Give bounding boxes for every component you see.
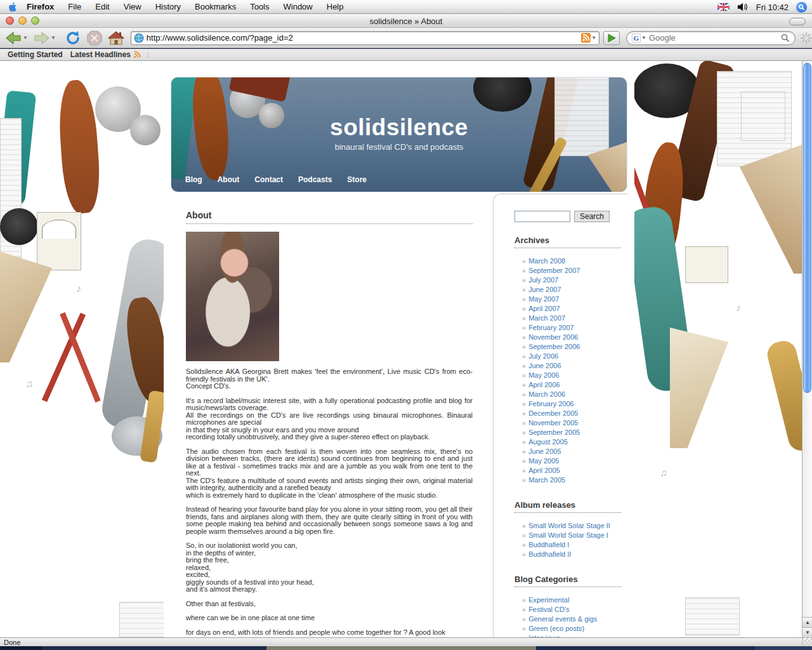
sidebar-link[interactable]: Small World Solar Stage II [528, 522, 610, 529]
sidebar-link[interactable]: September 2007 [528, 267, 580, 274]
sidebar-link[interactable]: General events & gigs [528, 615, 597, 623]
sidebar-link[interactable]: April 2005 [528, 467, 560, 474]
sidebar-link[interactable]: Green (eco posts) [528, 625, 584, 632]
sidebar-link[interactable]: March 2005 [528, 476, 565, 484]
sidebar-link[interactable]: Experimental [528, 596, 569, 604]
paragraph: Instead of hearing your favourite band p… [186, 506, 473, 535]
forward-button[interactable]: ▼ [33, 30, 56, 46]
menu-item-help[interactable]: Help [327, 2, 344, 11]
sidebar-link[interactable]: May 2005 [528, 457, 559, 465]
sidebar-link[interactable]: March 2007 [528, 314, 565, 322]
nav-link-contact[interactable]: Contact [254, 175, 283, 184]
archives-list: »March 2008»September 2007»July 2007»Jun… [522, 256, 624, 485]
url-input[interactable] [147, 33, 581, 43]
bullet-icon: » [522, 381, 526, 388]
sidebar-link[interactable]: September 2005 [528, 428, 580, 436]
window-title-bar[interactable]: solidsilence » About [0, 14, 812, 28]
go-button[interactable] [603, 31, 620, 45]
menu-bar-clock[interactable]: Fri 10:42 [756, 3, 789, 12]
menu-item-file[interactable]: File [68, 2, 81, 11]
bookmark-latest-headlines[interactable]: Latest Headlines [70, 50, 141, 59]
url-field[interactable]: ▼ [131, 31, 599, 45]
scroll-up-button[interactable]: ▲ [802, 617, 812, 627]
sidebar-link[interactable]: February 2007 [528, 324, 574, 331]
site-title[interactable]: solidsilence [171, 114, 627, 141]
sidebar-link[interactable]: February 2006 [528, 400, 574, 408]
window-resize-grip[interactable] [802, 636, 812, 646]
sidebar-link[interactable]: April 2006 [528, 381, 560, 388]
desktop-edge-segment [755, 646, 812, 650]
nav-link-about[interactable]: About [218, 175, 240, 184]
rss-feed-icon[interactable] [581, 33, 591, 43]
desktop-edge-segment [0, 646, 42, 650]
sidebar-link[interactable]: March 2006 [528, 390, 565, 398]
search-magnifier-icon[interactable] [781, 34, 790, 43]
menu-item-view[interactable]: View [124, 2, 141, 11]
back-button[interactable]: ▼ [5, 30, 28, 46]
menu-item-bookmarks[interactable]: Bookmarks [195, 2, 236, 11]
reload-button[interactable] [65, 30, 81, 46]
blog-categories-heading: Blog Categories [514, 574, 621, 587]
forward-history-dropdown-icon[interactable]: ▼ [51, 35, 56, 41]
sidebar-list-item: »Festival CD's [522, 605, 624, 614]
site-favicon-globe-icon [134, 33, 144, 43]
sidebar-list-item: »Buddhafield I [522, 540, 624, 550]
menu-items: FirefoxFileEditViewHistoryBookmarksTools… [27, 2, 344, 11]
sidebar-link[interactable]: May 2007 [528, 295, 559, 303]
menu-bar-status-area: Fri 10:42 [717, 0, 807, 14]
web-search-input[interactable] [649, 33, 781, 43]
sidebar-link[interactable]: November 2006 [528, 333, 578, 341]
sidebar-link[interactable]: September 2006 [528, 343, 580, 350]
nav-link-store[interactable]: Store [347, 175, 367, 184]
search-engine-dropdown-icon[interactable]: ▼ [641, 35, 646, 41]
paragraph: for days on end, with lots of friends an… [186, 629, 473, 637]
sidebar-search-input[interactable] [514, 211, 570, 222]
sidebar-link[interactable]: June 2007 [528, 286, 561, 293]
sidebar-link[interactable]: June 2006 [528, 362, 561, 369]
desktop-edge [0, 646, 812, 650]
bookmark-getting-started[interactable]: Getting Started [8, 50, 63, 59]
sidebar-link[interactable]: December 2005 [528, 409, 578, 417]
paragraph: So, in our isolationist world you can, i… [186, 542, 473, 594]
sidebar-link[interactable]: March 2008 [528, 257, 565, 265]
paragraph: where can we be in one place at one time [186, 614, 473, 622]
sidebar-link[interactable]: April 2007 [528, 305, 560, 312]
menu-item-edit[interactable]: Edit [95, 2, 109, 11]
sidebar-link[interactable]: August 2005 [528, 438, 568, 446]
menu-item-tools[interactable]: Tools [250, 2, 269, 11]
toolbar-toggle-pill-button[interactable] [789, 18, 806, 25]
sidebar-link[interactable]: Small World Solar Stage I [528, 531, 608, 539]
stop-button[interactable] [86, 30, 103, 46]
sidebar-search-button[interactable]: Search [574, 211, 610, 222]
feed-dropdown-icon[interactable]: ▼ [591, 35, 596, 41]
sidebar-link[interactable]: July 2007 [528, 276, 558, 284]
bullet-icon: » [522, 531, 526, 539]
bullet-icon: » [522, 314, 526, 322]
web-search-field[interactable]: G ▼ [626, 31, 796, 45]
cymbal-shape [130, 115, 160, 145]
sidebar-link[interactable]: July 2006 [528, 352, 558, 360]
vu-meter-shape [685, 246, 728, 283]
sidebar-link[interactable]: November 2005 [528, 419, 578, 427]
sidebar-link[interactable]: Festival CD's [528, 606, 569, 613]
menu-item-firefox[interactable]: Firefox [27, 2, 54, 11]
vertical-scrollbar[interactable]: ▲ ▼ [802, 61, 812, 637]
apple-menu-icon[interactable] [8, 2, 18, 12]
sidebar-link[interactable]: Buddhafield II [528, 550, 571, 558]
spotlight-icon[interactable] [796, 2, 807, 13]
sidebar-link[interactable]: Buddhafield I [528, 541, 569, 548]
menu-item-window[interactable]: Window [284, 2, 313, 11]
sidebar-link[interactable]: June 2005 [528, 448, 561, 455]
site-header-banner: solidsilence binaural festival CD's and … [171, 77, 627, 192]
menu-item-history[interactable]: History [155, 2, 181, 11]
home-button[interactable] [108, 30, 124, 46]
volume-icon[interactable] [737, 2, 749, 12]
nav-link-blog[interactable]: Blog [185, 175, 202, 184]
google-logo-icon[interactable]: G [632, 34, 641, 43]
nav-link-podcasts[interactable]: Podcasts [298, 175, 332, 184]
sidebar-link[interactable]: May 2006 [528, 371, 559, 379]
building-sketch-shape [685, 597, 740, 635]
back-history-dropdown-icon[interactable]: ▼ [23, 35, 28, 41]
uk-flag-icon[interactable] [717, 3, 730, 11]
scrollbar-thumb[interactable] [803, 63, 811, 393]
